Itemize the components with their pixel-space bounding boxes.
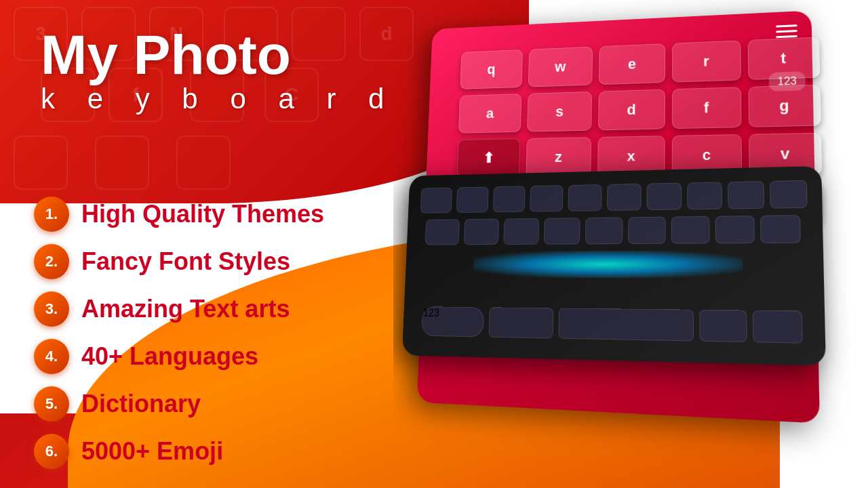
key-r: r [672,40,741,82]
front-top-key-5 [568,184,602,211]
front-top-keys [420,180,808,214]
key-s: s [527,92,592,132]
front-top-key-9 [728,181,764,209]
front-mid-key-7 [671,216,709,244]
feature-number-5: 5. [34,386,69,422]
front-key-enter [699,310,747,342]
front-top-key-6 [607,184,642,211]
front-top-key-3 [493,186,526,212]
key-a: a [458,94,521,133]
front-mid-key-5 [585,217,623,244]
front-top-key-7 [646,183,681,210]
feature-item-5: 5.Dictionary [34,386,324,422]
keyboard-area: q w e r t a s d f g ⬆ z x c v 123 ☺ spac… [393,0,868,488]
feature-number-1: 1. [34,197,69,232]
front-keys: 123 [421,306,802,343]
feature-list: 1.High Quality Themes2.Fancy Font Styles… [34,197,324,469]
feature-number-6: 6. [34,434,69,469]
app-title: My Photo [41,27,396,83]
left-content: My Photo k e y b o a r d 1.High Quality … [0,0,461,488]
feature-number-4: 4. [34,339,69,374]
key-q: q [460,49,523,89]
front-mid-key-9 [760,215,801,243]
feature-text-3: Amazing Text arts [81,295,290,323]
front-key-space [559,308,694,341]
menu-icon [776,24,797,38]
feature-number-2: 2. [34,244,69,279]
title-area: My Photo k e y b o a r d [41,27,396,115]
feature-item-3: 3.Amazing Text arts [34,291,324,327]
feature-item-1: 1.High Quality Themes [34,197,324,232]
front-mid-key-6 [628,217,666,244]
feature-item-6: 6.5000+ Emoji [34,434,324,469]
feature-text-5: Dictionary [81,390,201,418]
key-f: f [672,87,742,129]
app-subtitle: k e y b o a r d [41,83,396,115]
key-shift: ⬆ [457,138,521,178]
front-top-key-4 [530,185,564,211]
front-mid-key-3 [504,218,540,245]
key-w: w [528,47,593,87]
front-top-key-8 [687,182,723,209]
front-mid-key-2 [464,219,499,245]
keyboard-panel-front: 123 [402,166,826,366]
front-top-key-10 [770,180,807,209]
front-key-emoji [489,307,554,338]
feature-item-4: 4.40+ Languages [34,339,324,374]
feature-item-2: 2.Fancy Font Styles [34,244,324,279]
badge-123: 123 [769,71,806,92]
feature-text-4: 40+ Languages [81,342,258,371]
key-e: e [599,43,665,85]
feature-number-3: 3. [34,291,69,327]
key-d: d [598,89,665,131]
front-key-delete [753,310,803,344]
cyan-glow [473,250,743,278]
front-mid-key-8 [715,216,754,243]
feature-text-6: 5000+ Emoji [81,437,223,466]
feature-text-2: Fancy Font Styles [81,247,290,276]
front-mid-key-4 [544,218,580,244]
front-mid-keys [425,215,801,245]
feature-text-1: High Quality Themes [81,200,324,228]
